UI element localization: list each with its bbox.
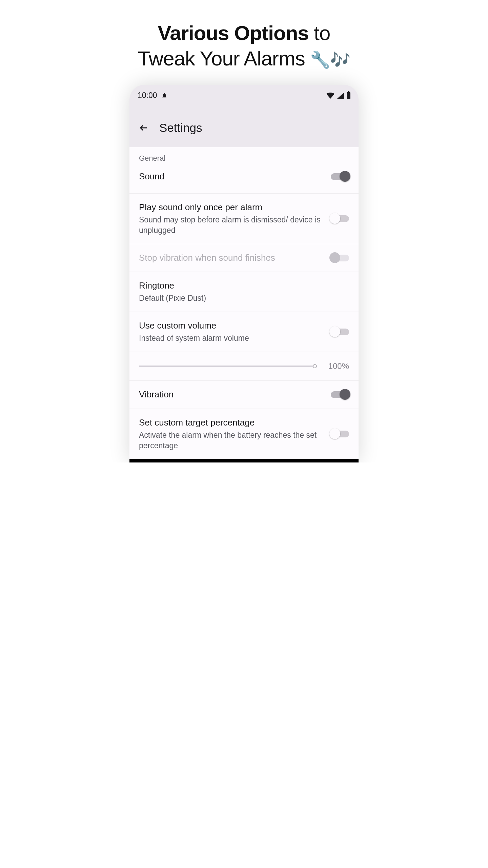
volume-slider-track[interactable] <box>139 366 315 367</box>
battery-icon <box>347 92 350 99</box>
bell-icon <box>161 92 167 99</box>
volume-slider-fill <box>139 366 315 367</box>
setting-custom-target-toggle[interactable] <box>331 431 349 437</box>
setting-play-once-sub: Sound may stop before alarm is dismissed… <box>139 215 324 236</box>
promo-headline: Various Options to Tweak Your Alarms 🔧🎶 <box>105 0 383 85</box>
app-bar: Settings <box>129 103 359 147</box>
setting-custom-target-sub: Activate the alarm when the battery reac… <box>139 430 324 451</box>
setting-ringtone[interactable]: Ringtone Default (Pixie Dust) <box>129 272 359 312</box>
headline-bold-1: Various Options <box>158 22 309 44</box>
setting-play-once[interactable]: Play sound only once per alarm Sound may… <box>129 194 359 244</box>
setting-vibration-label: Vibration <box>139 389 324 400</box>
navigation-bar <box>129 459 359 462</box>
setting-custom-volume-label: Use custom volume <box>139 320 324 332</box>
setting-custom-target-label: Set custom target percentage <box>139 417 324 429</box>
setting-ringtone-label: Ringtone <box>139 280 349 292</box>
setting-custom-volume-toggle[interactable] <box>331 329 349 335</box>
signal-icon <box>337 93 344 99</box>
setting-sound-toggle[interactable] <box>331 173 349 180</box>
setting-stop-vibration-label: Stop vibration when sound finishes <box>139 252 324 264</box>
section-general-header: General <box>129 147 359 166</box>
setting-custom-volume-sub: Instead of system alarm volume <box>139 333 324 343</box>
setting-ringtone-sub: Default (Pixie Dust) <box>139 293 349 303</box>
page-title: Settings <box>159 121 202 135</box>
setting-sound-label: Sound <box>139 171 324 182</box>
setting-play-once-label: Play sound only once per alarm <box>139 202 324 213</box>
setting-custom-volume[interactable]: Use custom volume Instead of system alar… <box>129 312 359 352</box>
status-bar: 10:00 <box>129 85 359 103</box>
headline-emojis: 🔧🎶 <box>310 51 350 69</box>
back-arrow-icon[interactable] <box>139 123 148 133</box>
headline-light-1: to <box>314 22 330 44</box>
setting-vibration[interactable]: Vibration <box>129 381 359 409</box>
status-time: 10:00 <box>138 91 157 100</box>
setting-stop-vibration: Stop vibration when sound finishes <box>129 244 359 272</box>
setting-play-once-toggle[interactable] <box>331 215 349 222</box>
phone-frame: 10:00 Settings General <box>129 85 359 462</box>
setting-vibration-toggle[interactable] <box>331 391 349 398</box>
settings-content: General Sound Play sound only once per a… <box>129 147 359 462</box>
volume-slider-value: 100% <box>328 361 349 371</box>
headline-light-2: Tweak Your Alarms <box>138 47 305 70</box>
volume-slider-row[interactable]: 100% <box>129 352 359 381</box>
setting-custom-target[interactable]: Set custom target percentage Activate th… <box>129 409 359 459</box>
setting-sound[interactable]: Sound <box>129 166 359 194</box>
wifi-icon <box>326 93 334 99</box>
setting-stop-vibration-toggle <box>331 255 349 261</box>
volume-slider-thumb[interactable] <box>313 364 317 368</box>
